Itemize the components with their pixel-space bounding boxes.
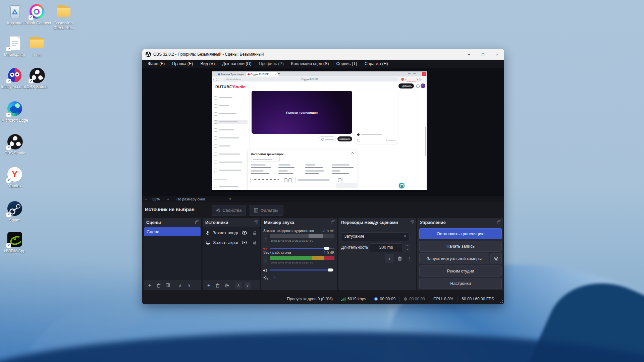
menu-file[interactable]: Файл (F) bbox=[144, 60, 168, 68]
desktop-icon-obs-studio-1[interactable]: ↗ OBS Studio bbox=[0, 133, 31, 156]
shortcut-arrow-icon: ↗ bbox=[6, 47, 11, 52]
visibility-eye-icon[interactable] bbox=[242, 231, 247, 235]
menu-tools[interactable]: Сервис (T) bbox=[332, 60, 361, 68]
fit-dropdown-icon[interactable]: ▼ bbox=[229, 198, 231, 201]
share-button bbox=[319, 136, 336, 142]
desktop-icon-steam[interactable]: ↗ Steam bbox=[0, 200, 31, 223]
gear-icon bbox=[494, 256, 498, 261]
dropdown-icon: ▼ bbox=[404, 233, 407, 240]
desktop-icon-obs-studio-2[interactable]: ↗ OBS Studio bbox=[21, 67, 53, 89]
minimize-button[interactable]: − bbox=[462, 49, 476, 60]
transition-menu-button[interactable]: ⋮ bbox=[406, 254, 413, 263]
shortcut-arrow-icon: ↗ bbox=[28, 15, 33, 20]
scene-filters-button[interactable] bbox=[164, 282, 171, 289]
close-button[interactable]: × bbox=[490, 49, 504, 60]
duration-input[interactable]: 300 ms bbox=[370, 243, 402, 252]
move-source-up-button[interactable]: ∧ bbox=[235, 282, 242, 289]
source-properties-button[interactable] bbox=[223, 282, 230, 289]
menu-help[interactable]: Справка (H) bbox=[361, 60, 392, 68]
scene-item-selected[interactable]: Сцена bbox=[144, 227, 201, 236]
visibility-eye-icon[interactable] bbox=[242, 241, 247, 244]
resize-grip[interactable] bbox=[500, 300, 503, 303]
mixer-body: Захват входного аудиопоток -1.8 dB ⋮ -60… bbox=[261, 227, 337, 290]
mixer-menu-button[interactable]: ⋮ bbox=[273, 275, 277, 280]
remove-transition-button[interactable] bbox=[396, 254, 403, 263]
transition-select[interactable]: Затухание ▼ bbox=[341, 232, 410, 241]
menu-scene-collection[interactable]: Коллекция сцен (S) bbox=[287, 60, 333, 68]
mixer-header[interactable]: Микшер звука bbox=[261, 218, 337, 227]
desktop-icon-label: Assassin's Creed Re... bbox=[48, 21, 79, 30]
shortcut-arrow-icon: ↗ bbox=[28, 79, 33, 84]
scenes-header[interactable]: Сцены bbox=[144, 218, 201, 227]
stop-streaming-button[interactable]: Остановить трансляцию bbox=[419, 228, 502, 239]
add-transition-button[interactable]: + bbox=[385, 254, 394, 263]
sources-header[interactable]: Источники bbox=[203, 218, 260, 227]
mixer-channel-db: -1.8 dB bbox=[323, 229, 334, 233]
desktop-icon-edge[interactable]: ↗ Microsoft Edge bbox=[0, 101, 31, 123]
start-virtual-camera-button[interactable]: Запуск виртуальной камеры bbox=[419, 253, 489, 264]
stream-url-field bbox=[295, 177, 343, 183]
popout-icon bbox=[410, 221, 414, 224]
mic-icon bbox=[206, 231, 210, 235]
ubisoft-connect-icon: ↗ bbox=[29, 3, 45, 19]
virtual-camera-settings-button[interactable] bbox=[490, 253, 502, 264]
display-icon bbox=[206, 241, 210, 245]
menu-docks[interactable]: Док-панели (D) bbox=[218, 60, 255, 68]
window-glyph bbox=[408, 73, 411, 74]
desktop-icon-assassins-creed[interactable]: Assassin's Creed Re... bbox=[48, 3, 80, 30]
spin-down-icon[interactable]: ∨ bbox=[404, 248, 410, 251]
properties-button[interactable]: Свойства bbox=[212, 205, 246, 216]
menu-edit[interactable]: Правка (E) bbox=[168, 60, 197, 68]
fit-mode-label[interactable]: По размеру окна bbox=[176, 197, 205, 201]
advanced-audio-button[interactable] bbox=[263, 276, 269, 280]
captured-browser-tab: Главная Трансляции bbox=[217, 72, 248, 76]
add-scene-button[interactable]: + bbox=[146, 282, 153, 289]
remove-scene-button[interactable] bbox=[155, 282, 162, 289]
controls-header[interactable]: Управление bbox=[417, 218, 503, 227]
zoom-in-icon[interactable]: + bbox=[167, 197, 169, 201]
captured-tab-strip: Главная Трансляции Студия RUTUBE × × bbox=[212, 71, 427, 76]
stream-key-field bbox=[250, 177, 293, 183]
window-title: OBS 32.0.2 - Профиль: Безымянный - Сцены… bbox=[153, 52, 264, 57]
meter-scale: -60-55-50-45-40-35-30-25-20-15-10 -5 0 bbox=[270, 261, 334, 264]
move-source-down-button[interactable]: ∨ bbox=[244, 282, 251, 289]
filters-button[interactable]: Фильтры bbox=[249, 205, 283, 216]
mixer-channel-menu[interactable]: ⋮ bbox=[263, 256, 268, 264]
add-source-button[interactable]: + bbox=[205, 282, 212, 289]
menu-profile[interactable]: Профиль (P) bbox=[255, 60, 287, 68]
menu-view[interactable]: Вид (V) bbox=[197, 60, 219, 68]
move-scene-down-button[interactable]: ∨ bbox=[186, 282, 193, 289]
tabs-game-icon: ↗ bbox=[7, 67, 23, 83]
unlock-icon[interactable] bbox=[253, 231, 257, 235]
desktop-icon-nvidia-app[interactable]: ↗ NVIDIA App bbox=[0, 231, 31, 253]
unlock-icon[interactable] bbox=[253, 240, 257, 245]
send-label: Отправить bbox=[386, 139, 396, 141]
screen-capture-preview[interactable]: Главная Трансляции Студия RUTUBE × × stu… bbox=[212, 71, 427, 192]
studio-mode-button[interactable]: Режим студии bbox=[419, 265, 502, 277]
title-bar[interactable]: OBS 32.0.2 - Профиль: Безымянный - Сцены… bbox=[142, 49, 504, 60]
zoom-out-icon[interactable]: − bbox=[145, 197, 147, 201]
volume-slider[interactable] bbox=[270, 268, 334, 272]
source-row-display-capture[interactable]: Захват экран bbox=[203, 238, 260, 247]
move-scene-up-button[interactable]: ∧ bbox=[177, 282, 183, 289]
bitrate-status: 6019 kbps bbox=[337, 297, 370, 301]
volume-slider[interactable] bbox=[270, 247, 334, 250]
transitions-header[interactable]: Переходы между сценами bbox=[338, 218, 416, 227]
mute-button[interactable] bbox=[263, 268, 268, 273]
start-recording-button[interactable]: Начать запись bbox=[419, 241, 502, 252]
shortcut-arrow-icon: ↗ bbox=[6, 243, 11, 248]
settings-button[interactable]: Настройки bbox=[419, 278, 502, 289]
source-row-audio-input[interactable]: Захват входн bbox=[203, 228, 260, 238]
obs-logo-icon: ↗ bbox=[29, 67, 45, 83]
mixer-channel-menu[interactable]: ⋮ bbox=[263, 234, 268, 243]
desktop-icon-yandex[interactable]: Y ↗ Yandex bbox=[0, 166, 31, 188]
spin-up-icon[interactable]: ∧ bbox=[404, 244, 410, 247]
remove-source-button[interactable] bbox=[214, 282, 221, 289]
desktop-icon-games-folder[interactable]: игры bbox=[21, 35, 53, 57]
captured-scrollbar bbox=[425, 127, 426, 156]
collapse-icon bbox=[351, 152, 354, 156]
avatar bbox=[421, 83, 425, 88]
edit-button bbox=[336, 183, 357, 188]
duration-spinner[interactable]: ∧ ∨ bbox=[404, 243, 410, 251]
maximize-button[interactable]: □ bbox=[476, 49, 490, 60]
